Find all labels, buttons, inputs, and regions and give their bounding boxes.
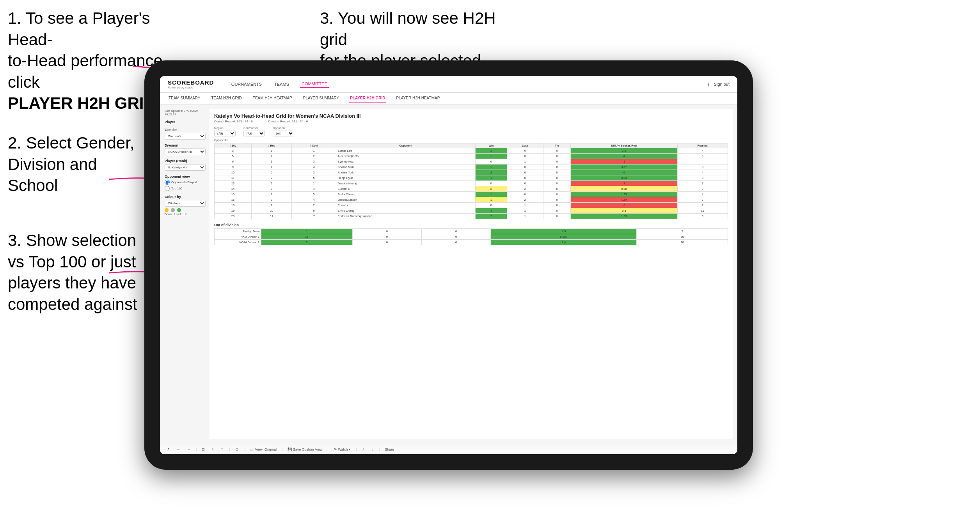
ood-row: Foreign Team 1 0 0 4.5 2 bbox=[215, 229, 728, 234]
toolbar-share[interactable]: Share bbox=[383, 447, 396, 452]
radio-top100[interactable]: Top 100 bbox=[165, 186, 206, 191]
cell-win: 0 bbox=[476, 159, 507, 164]
last-updated: Last Updated: 27/03/2024 16:55:28 bbox=[165, 109, 206, 116]
cell-diff: 0.3 bbox=[571, 208, 678, 214]
ood-diff: 4.5 bbox=[491, 229, 637, 234]
toolbar-forward[interactable]: → bbox=[185, 447, 193, 452]
filter-row: Region (All) Conference (All) Opponent bbox=[214, 126, 728, 136]
col-opponent: Opponent bbox=[336, 143, 476, 148]
toolbar-save-custom-view[interactable]: 💾 Save Custom View bbox=[286, 447, 324, 452]
cell-tie: 0 bbox=[543, 170, 571, 175]
player-rank-select[interactable]: 8. Katelyn Vo bbox=[165, 164, 206, 171]
table-row: 9 1 4 Sharon Mun 1 0 0 3.67 3 bbox=[215, 164, 728, 170]
conference-select[interactable]: (All) bbox=[243, 131, 265, 136]
division-select[interactable]: NCAA Division III bbox=[165, 149, 206, 155]
toolbar-watch[interactable]: 👁 Watch ▾ bbox=[332, 447, 353, 452]
col-rounds: Rounds bbox=[677, 143, 728, 148]
nav-signout[interactable]: Sign out bbox=[714, 82, 730, 87]
gender-label: Gender bbox=[165, 128, 206, 132]
ood-label: Foreign Team bbox=[215, 229, 261, 234]
cell-div: 10 bbox=[215, 170, 252, 175]
subnav-player-h2h-grid[interactable]: PLAYER H2H GRID bbox=[349, 94, 386, 103]
colour-label: Colour by bbox=[165, 195, 206, 199]
player-rank-section: Player (Rank) 8. Katelyn Vo bbox=[165, 159, 206, 171]
table-row: 10 6 3 Andrea York 2 0 0 4 4 bbox=[215, 170, 728, 175]
cell-conf: 4 bbox=[292, 164, 336, 170]
ood-diff: 7.4 bbox=[491, 240, 637, 245]
nav-tournaments[interactable]: TOURNAMENTS bbox=[227, 81, 263, 87]
toolbar-timer[interactable]: ⏱ bbox=[233, 447, 241, 452]
nav-teams[interactable]: TEAMS bbox=[273, 81, 291, 87]
gender-select[interactable]: Women's bbox=[165, 133, 206, 140]
toolbar-undo[interactable]: ↺ bbox=[165, 447, 172, 452]
cell-div: 11 bbox=[215, 175, 252, 181]
cell-loss: 1 bbox=[507, 214, 543, 219]
opponent-view-section: Opponent view Opponents Played Top 100 bbox=[165, 175, 206, 191]
toolbar-export[interactable]: ↗ bbox=[360, 447, 367, 452]
cell-diff: -3 bbox=[571, 181, 678, 186]
cell-div: 18 bbox=[215, 203, 252, 208]
cell-diff: 0.38 bbox=[571, 186, 678, 192]
subnav-player-summary[interactable]: PLAYER SUMMARY bbox=[302, 94, 340, 103]
cell-reg: 2 bbox=[251, 175, 291, 181]
navbar: SCOREBOARD Powered by clippd TOURNAMENTS… bbox=[160, 76, 737, 93]
region-select[interactable]: (All) bbox=[214, 131, 236, 136]
cell-reg: 1 bbox=[251, 181, 291, 186]
logo-sub: Powered by clippd bbox=[168, 86, 214, 89]
cell-diff: 4 bbox=[571, 170, 678, 175]
cell-rounds: 2 bbox=[677, 181, 728, 186]
toolbar-view-original[interactable]: 📊 View: Original bbox=[248, 447, 279, 452]
opponent-select[interactable]: (All) bbox=[273, 131, 294, 136]
subnav-team-h2h-heatmap[interactable]: TEAM H2H HEATMAP bbox=[252, 94, 293, 103]
cell-loss: 2 bbox=[507, 186, 543, 192]
toolbar-grid[interactable]: ⊡ bbox=[200, 447, 207, 452]
toolbar-expand[interactable]: ↕ bbox=[370, 447, 376, 452]
cell-opponent: Federica Domecq Lacroze bbox=[336, 214, 476, 219]
cell-diff: -5 bbox=[571, 203, 678, 208]
cell-tie: 0 bbox=[543, 159, 571, 164]
cell-win: 4 bbox=[476, 208, 507, 214]
cell-tie: 0 bbox=[543, 214, 571, 219]
cell-div: 15 bbox=[215, 192, 252, 197]
cell-win: 2 bbox=[476, 186, 507, 192]
cell-rounds: 9 bbox=[677, 186, 728, 192]
cell-div: 20 bbox=[215, 214, 252, 219]
cell-rounds: 6 bbox=[677, 214, 728, 219]
ood-label: NCAA Division 2 bbox=[215, 240, 261, 245]
col-win: Win bbox=[476, 143, 507, 148]
toolbar-target[interactable]: ⌖ bbox=[210, 446, 216, 452]
table-row: 18 2 2 Euna Lee 0 1 0 -5 2 bbox=[215, 203, 728, 208]
col-tie: Tie bbox=[543, 143, 571, 148]
player-rank-label: Player (Rank) bbox=[165, 159, 206, 163]
toolbar-back[interactable]: ← bbox=[175, 447, 182, 452]
cell-tie: 0 bbox=[543, 197, 571, 203]
subnav-team-summary[interactable]: TEAM SUMMARY bbox=[168, 94, 201, 103]
toolbar-return[interactable]: ↰ bbox=[219, 447, 226, 452]
cell-div: 5 bbox=[215, 154, 252, 159]
main-content: Last Updated: 27/03/2024 16:55:28 Player… bbox=[160, 104, 737, 444]
cell-win: 1 bbox=[476, 164, 507, 170]
cell-reg: 2 bbox=[251, 154, 291, 159]
grid-area: Katelyn Vo Head-to-Head Grid for Women's… bbox=[209, 109, 733, 439]
conference-label: Conference bbox=[243, 126, 265, 130]
bottom-toolbar: ↺ ← → | ⊡ ⌖ ↰ | ⏱ | 📊 View: Original | 💾… bbox=[160, 444, 737, 454]
subnav-team-h2h-grid[interactable]: TEAM H2H GRID bbox=[211, 94, 243, 103]
ood-diff: 9.267 bbox=[491, 234, 637, 240]
table-header-row: # Div # Reg # Conf Opponent Win Loss Tie… bbox=[215, 143, 728, 148]
cell-rounds: 3 bbox=[677, 164, 728, 170]
nav-info[interactable]: i bbox=[708, 82, 709, 87]
radio-opponents-played[interactable]: Opponents Played bbox=[165, 180, 206, 185]
cell-reg: 2 bbox=[251, 203, 291, 208]
subnav-player-h2h-heatmap[interactable]: PLAYER H2H HEATMAP bbox=[395, 94, 440, 103]
cell-loss: 2 bbox=[507, 197, 543, 203]
cell-opponent: Emily Chang bbox=[336, 208, 476, 214]
nav-committee[interactable]: COMMITTEE bbox=[300, 81, 329, 88]
cell-reg: 1 bbox=[251, 164, 291, 170]
colour-select[interactable]: Win/loss bbox=[165, 200, 206, 207]
cell-win: 1 bbox=[476, 197, 507, 203]
cell-rounds: 11 bbox=[677, 208, 728, 214]
cell-tie: 0 bbox=[543, 192, 571, 197]
ood-win: 15 bbox=[261, 234, 353, 240]
table-row: 11 2 5 Heejo Hyun 1 0 0 3.33 3 bbox=[215, 175, 728, 181]
cell-win: 1 bbox=[476, 175, 507, 181]
